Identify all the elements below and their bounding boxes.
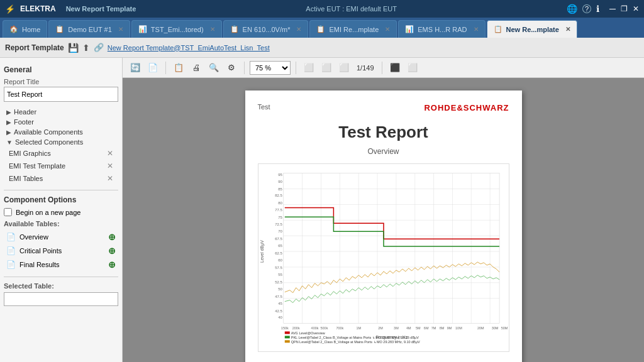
- available-tables-title: Available Tables:: [4, 220, 118, 228]
- svg-text:75: 75: [278, 216, 282, 219]
- svg-rect-64: [284, 336, 289, 338]
- next-page-button[interactable]: ⬜: [336, 60, 352, 75]
- table-overview[interactable]: 📄 Overview ⊕: [4, 230, 118, 244]
- tab-emi-re-close[interactable]: ✕: [385, 26, 390, 33]
- info-icon[interactable]: ℹ: [596, 4, 599, 14]
- tab-new-re-icon: 📋: [494, 25, 502, 33]
- sep3: [296, 62, 296, 74]
- table-final-results[interactable]: 📄 Final Results ⊕: [4, 258, 118, 272]
- report-bar-label: Report Template: [5, 43, 64, 52]
- zoom-in-button[interactable]: 🔍: [206, 60, 221, 75]
- selected-table-search[interactable]: [4, 292, 118, 306]
- report-subtitle: Overview: [258, 147, 509, 156]
- emi-graphics-remove[interactable]: ✕: [107, 149, 113, 158]
- toolbar: 🔄 📄 📋 🖨 🔍 ⚙ 50 %75 %100 %125 %150 % ⬜ ⬜ …: [123, 58, 644, 78]
- title-bar: ⚡ ELEKTRA New Report Template Active EUT…: [0, 0, 644, 18]
- tab-bar: 🏠 Home 📋 Demo EUT #1 ✕ 📊 TST_Emi...tored…: [0, 18, 644, 38]
- svg-text:77.5: 77.5: [275, 208, 282, 212]
- tab-tst-emi[interactable]: 📊 TST_Emi...tored) ✕: [131, 20, 222, 38]
- final-results-add-button[interactable]: ⊕: [108, 260, 116, 270]
- header-label: Header: [14, 108, 36, 116]
- right-area: Test ROHDE&SCHWARZ Test Report Overview: [123, 78, 644, 362]
- tab-home[interactable]: 🏠 Home: [3, 20, 47, 38]
- svg-rect-66: [284, 340, 289, 343]
- prev-page-button[interactable]: ⬜: [301, 60, 316, 75]
- general-title: General: [4, 65, 118, 74]
- emi-test-template-remove[interactable]: ✕: [107, 162, 113, 170]
- critical-points-doc-icon: 📄: [6, 246, 16, 255]
- tab-demo-eut-close[interactable]: ✕: [118, 26, 123, 33]
- final-results-doc-icon: 📄: [6, 260, 16, 269]
- page-header: Test ROHDE&SCHWARZ: [258, 103, 509, 112]
- settings-button[interactable]: ⚙: [224, 60, 239, 75]
- svg-text:700k: 700k: [336, 326, 343, 330]
- footer-label: Footer: [14, 118, 34, 126]
- zoom-select[interactable]: 50 %75 %100 %125 %150 %: [250, 61, 291, 75]
- svg-text:62.5: 62.5: [275, 251, 282, 255]
- begin-new-page-checkbox[interactable]: [4, 208, 12, 216]
- overview-add-button[interactable]: ⊕: [108, 232, 116, 242]
- active-eut-label: Active EUT : EMI default EUT: [306, 5, 397, 13]
- selected-components-label: Selected Components: [15, 138, 83, 146]
- svg-text:1M: 1M: [356, 326, 361, 330]
- link-icon[interactable]: 🔗: [94, 43, 104, 52]
- tab-new-re-close[interactable]: ✕: [565, 26, 570, 33]
- copy-button[interactable]: 📋: [171, 60, 186, 75]
- tab-ems-h[interactable]: 📊 EMS H...R RAD ✕: [398, 20, 485, 38]
- svg-rect-62: [284, 331, 289, 334]
- tab-demo-eut[interactable]: 📋 Demo EUT #1 ✕: [48, 20, 130, 38]
- home-icon: 🏠: [9, 25, 18, 33]
- refresh-button[interactable]: 🔄: [128, 60, 143, 75]
- export-icon[interactable]: ⬆: [82, 43, 90, 53]
- tree-item-selected-components[interactable]: ▼ Selected Components: [4, 137, 118, 147]
- page-scroll-area[interactable]: Test ROHDE&SCHWARZ Test Report Overview: [123, 78, 644, 362]
- emi-tables-remove[interactable]: ✕: [107, 174, 113, 183]
- pdf-button[interactable]: 📄: [145, 60, 160, 75]
- fit-page-button[interactable]: ⬜: [319, 60, 334, 75]
- tree-item-header[interactable]: ▶ Header: [4, 107, 118, 117]
- tab-home-label: Home: [22, 26, 40, 33]
- component-emi-graphics[interactable]: EMI Graphics ✕: [4, 147, 118, 160]
- overview-label: Overview: [19, 233, 48, 241]
- view-button[interactable]: ⬜: [405, 60, 420, 75]
- tab-new-re[interactable]: 📋 New Re...mplate ✕: [487, 20, 577, 38]
- tab-ems-h-icon: 📊: [405, 25, 414, 33]
- report-title-input[interactable]: [4, 87, 118, 102]
- tab-en610-close[interactable]: ✕: [296, 26, 301, 33]
- restore-button[interactable]: ❐: [621, 4, 628, 13]
- svg-text:82.5: 82.5: [275, 194, 282, 197]
- help-icon[interactable]: ?: [582, 4, 591, 13]
- svg-text:Level dBμV: Level dBμV: [259, 240, 264, 263]
- svg-text:95: 95: [278, 173, 282, 177]
- svg-text:45: 45: [278, 302, 282, 305]
- close-button[interactable]: ✕: [633, 4, 639, 13]
- divider-1: [4, 190, 118, 190]
- component-emi-test-template[interactable]: EMI Test Template ✕: [4, 160, 118, 172]
- tree-item-footer[interactable]: ▶ Footer: [4, 117, 118, 127]
- app-name: ELEKTRA: [20, 4, 56, 13]
- tab-tst-emi-label: TST_Emi...tored): [151, 26, 204, 33]
- svg-text:57.5: 57.5: [275, 266, 282, 270]
- emi-graphics-label: EMI Graphics: [9, 150, 51, 157]
- globe-icon[interactable]: 🌐: [567, 4, 577, 14]
- table-critical-points[interactable]: 📄 Critical Points ⊕: [4, 244, 118, 258]
- tree-item-available-components[interactable]: ▶ Available Components: [4, 127, 118, 137]
- component-emi-tables[interactable]: EMI Tables ✕: [4, 172, 118, 185]
- main-content: General Report Title ▶ Header ▶ Footer ▶…: [0, 58, 644, 362]
- save-icon[interactable]: 💾: [68, 43, 79, 53]
- svg-text:3M: 3M: [394, 326, 399, 330]
- svg-text:2M: 2M: [378, 326, 383, 330]
- emi-tables-label: EMI Tables: [9, 175, 43, 182]
- print-button[interactable]: 🖨: [189, 60, 204, 75]
- tab-en610[interactable]: 📋 EN 610...0V/m* ✕: [223, 20, 309, 38]
- selected-table-label: Selected Table:: [4, 282, 118, 290]
- sep1: [165, 62, 166, 74]
- tab-tst-emi-close[interactable]: ✕: [210, 26, 215, 33]
- tab-tst-emi-icon: 📊: [138, 25, 147, 33]
- svg-text:150k: 150k: [280, 326, 288, 330]
- minimize-button[interactable]: ─: [609, 4, 616, 14]
- tab-emi-re[interactable]: 📋 EMI Re...mplate ✕: [309, 20, 397, 38]
- fullscreen-button[interactable]: ⬛: [387, 60, 402, 75]
- tab-ems-h-close[interactable]: ✕: [474, 26, 479, 33]
- critical-points-add-button[interactable]: ⊕: [108, 246, 116, 256]
